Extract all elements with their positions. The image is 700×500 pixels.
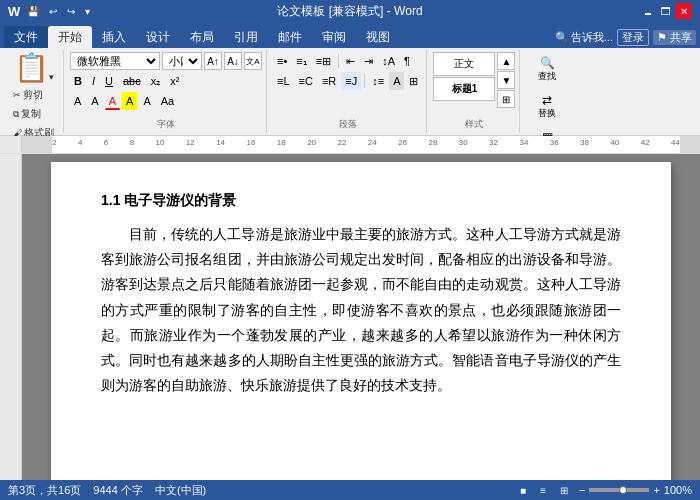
border-button[interactable]: ⊞ xyxy=(405,72,422,90)
font-size-increase[interactable]: A↑ xyxy=(204,52,222,70)
numbered-list-button[interactable]: ≡₁ xyxy=(292,52,310,70)
ruler-side xyxy=(0,136,22,153)
tab-file[interactable]: 文件 xyxy=(4,26,48,48)
text-effect-button[interactable]: A xyxy=(70,92,85,110)
paragraph-group: ≡• ≡₁ ≡⊞ ⇤ ⇥ ↕A ¶ ≡L ≡C ≡R ≡J ↕≡ A xyxy=(269,50,427,133)
ruler-margin-right xyxy=(680,136,700,153)
change-case-button[interactable]: Aa xyxy=(157,92,178,110)
share-button[interactable]: ⚑ 共享 xyxy=(653,30,696,45)
superscript-button[interactable]: x² xyxy=(166,72,183,90)
paste-icon: 📋 xyxy=(14,54,49,82)
cut-button[interactable]: ✂ 剪切 xyxy=(10,86,57,104)
find-label: 查找 xyxy=(538,70,556,83)
subscript-button[interactable]: x₂ xyxy=(147,72,165,90)
clear-format-button[interactable]: 文A xyxy=(244,52,262,70)
underline-button[interactable]: U xyxy=(101,72,117,90)
copy-button[interactable]: ⧉ 复制 xyxy=(10,105,57,123)
bullets-button[interactable]: ≡• xyxy=(273,52,291,70)
align-left-button[interactable]: ≡L xyxy=(273,72,294,90)
italic-button[interactable]: I xyxy=(88,72,99,90)
shading-button[interactable]: A xyxy=(389,72,404,90)
zoom-increase-button[interactable]: + xyxy=(653,484,659,496)
find-button[interactable]: 🔍 查找 xyxy=(532,52,562,87)
font-size-decrease[interactable]: A↓ xyxy=(224,52,242,70)
font-size-select[interactable]: 小四 xyxy=(162,52,202,70)
login-button[interactable]: 登录 xyxy=(617,29,649,46)
tab-home[interactable]: 开始 xyxy=(48,26,92,48)
view-print-button[interactable]: ■ xyxy=(517,484,529,497)
qa-save[interactable]: 💾 xyxy=(24,5,42,18)
window-controls: 🗕 🗖 ✕ xyxy=(640,3,692,19)
zoom-slider[interactable] xyxy=(589,488,649,492)
font-color-button[interactable]: A xyxy=(105,92,120,110)
word-icon: W xyxy=(8,4,20,19)
document-area: 1.1 电子导游仪的背景 目前，传统的人工导游是旅游业中最主要的旅游方式。这种人… xyxy=(0,154,700,480)
view-read-button[interactable]: ≡ xyxy=(537,484,549,497)
highlight-button[interactable]: A xyxy=(122,92,137,110)
tab-references[interactable]: 引用 xyxy=(224,26,268,48)
font-format-row: B I U abc x₂ x² xyxy=(70,72,262,90)
editing-group: 🔍 查找 ⇄ 替换 ▦ 选择 编辑 xyxy=(522,50,572,133)
para-divider2 xyxy=(364,74,365,88)
justify-button[interactable]: ≡J xyxy=(341,72,361,90)
close-button[interactable]: ✕ xyxy=(676,3,692,19)
styles-scroll-down[interactable]: ▼ xyxy=(497,71,515,89)
paragraph-controls: ≡• ≡₁ ≡⊞ ⇤ ⇥ ↕A ¶ ≡L ≡C ≡R ≡J ↕≡ A xyxy=(273,52,422,90)
ribbon-tab-bar: 文件 开始 插入 设计 布局 引用 邮件 审阅 视图 🔍告诉我... 登录 ⚑ … xyxy=(0,22,700,48)
status-bar: 第3页，共16页 9444 个字 中文(中国) ■ ≡ ⊞ − + 100% xyxy=(0,480,700,500)
style-normal[interactable]: 正文 xyxy=(433,52,495,76)
view-web-button[interactable]: ⊞ xyxy=(557,484,571,497)
align-row: ≡L ≡C ≡R ≡J ↕≡ A ⊞ xyxy=(273,72,422,90)
doc-paragraph-1[interactable]: 目前，传统的人工导游是旅游业中最主要的旅游方式。这种人工导游方式就是游客到旅游公… xyxy=(101,222,621,398)
font-name-select[interactable]: 微软雅黑 xyxy=(70,52,160,70)
replace-button[interactable]: ⇄ 替换 xyxy=(532,89,562,124)
tab-view[interactable]: 视图 xyxy=(356,26,400,48)
show-marks-button[interactable]: ¶ xyxy=(400,52,414,70)
font-color2-button[interactable]: A xyxy=(139,92,154,110)
decrease-indent-button[interactable]: ⇤ xyxy=(342,52,359,70)
qa-dropdown[interactable]: ▾ xyxy=(82,5,93,18)
strikethrough-button[interactable]: abc xyxy=(119,72,145,90)
ribbon-content: 📋 ▾ ✂ 剪切 ⧉ 复制 🖌 xyxy=(0,48,700,136)
clipboard-content: 📋 ▾ ✂ 剪切 ⧉ 复制 🖌 xyxy=(10,52,57,142)
tell-me-search[interactable]: 🔍告诉我... xyxy=(555,30,613,45)
word-count: 9444 个字 xyxy=(93,483,143,498)
window-title: 论文模板 [兼容模式] - Word xyxy=(277,3,422,20)
minimize-button[interactable]: 🗕 xyxy=(640,3,656,19)
styles-scroll-up[interactable]: ▲ xyxy=(497,52,515,70)
style-heading1[interactable]: 标题1 xyxy=(433,77,495,101)
paste-arrow: ▾ xyxy=(49,72,54,82)
cut-label: 剪切 xyxy=(23,88,43,102)
list-row: ≡• ≡₁ ≡⊞ ⇤ ⇥ ↕A ¶ xyxy=(273,52,422,70)
tab-design[interactable]: 设计 xyxy=(136,26,180,48)
font-group: 微软雅黑 小四 A↑ A↓ 文A B I U abc x₂ x² xyxy=(66,50,267,133)
multilevel-list-button[interactable]: ≡⊞ xyxy=(312,52,335,70)
align-right-button[interactable]: ≡R xyxy=(318,72,340,90)
tab-layout[interactable]: 布局 xyxy=(180,26,224,48)
qa-undo[interactable]: ↩ xyxy=(46,5,60,18)
zoom-thumb xyxy=(619,486,627,494)
app-window: W 💾 ↩ ↪ ▾ 论文模板 [兼容模式] - Word 🗕 🗖 ✕ 文件 开始… xyxy=(0,0,700,500)
clipboard-group: 📋 ▾ ✂ 剪切 ⧉ 复制 🖌 xyxy=(4,50,64,133)
zoom-decrease-button[interactable]: − xyxy=(579,484,585,496)
para-divider1 xyxy=(338,54,339,68)
line-spacing-button[interactable]: ↕≡ xyxy=(368,72,388,90)
status-right: ■ ≡ ⊞ − + 100% xyxy=(517,484,692,497)
zoom-level: 100% xyxy=(664,484,692,496)
align-center-button[interactable]: ≡C xyxy=(295,72,317,90)
tab-insert[interactable]: 插入 xyxy=(92,26,136,48)
tab-mailings[interactable]: 邮件 xyxy=(268,26,312,48)
bold-button[interactable]: B xyxy=(70,72,86,90)
increase-indent-button[interactable]: ⇥ xyxy=(360,52,377,70)
paragraph-label: 段落 xyxy=(339,116,357,131)
paste-button[interactable]: 📋 ▾ xyxy=(11,52,57,84)
styles-expand[interactable]: ⊞ xyxy=(497,90,515,108)
tab-review[interactable]: 审阅 xyxy=(312,26,356,48)
font-label: 字体 xyxy=(157,116,175,131)
text-glow-button[interactable]: A xyxy=(87,92,102,110)
zoom-control: − + 100% xyxy=(579,484,692,496)
doc-page: 1.1 电子导游仪的背景 目前，传统的人工导游是旅游业中最主要的旅游方式。这种人… xyxy=(51,162,671,480)
sort-button[interactable]: ↕A xyxy=(378,52,399,70)
maximize-button[interactable]: 🗖 xyxy=(658,3,674,19)
qa-redo[interactable]: ↪ xyxy=(64,5,78,18)
